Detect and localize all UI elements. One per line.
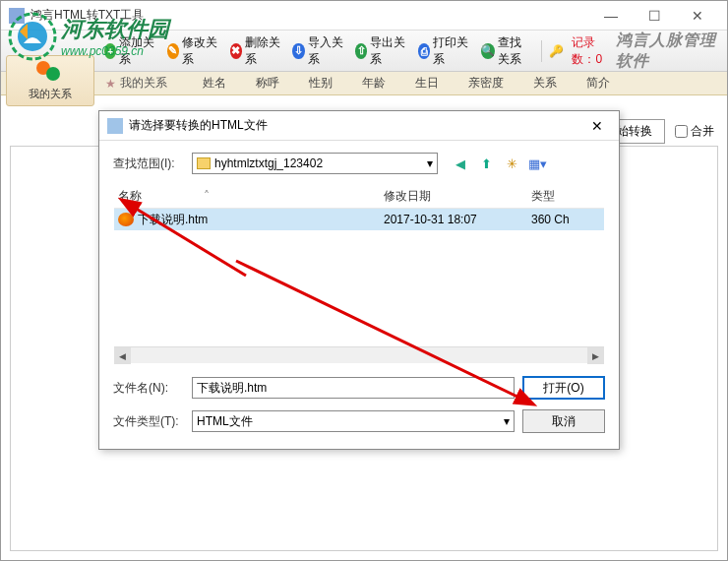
edit-relation-button[interactable]: ✎修改关系 (162, 31, 223, 71)
dialog-titlebar: 请选择要转换的HTML文件 ✕ (99, 111, 619, 141)
watermark-logo-icon (8, 12, 57, 61)
cancel-button[interactable]: 取消 (522, 409, 605, 433)
col-age: 年龄 (362, 75, 386, 92)
col-birthday: 生日 (415, 75, 439, 92)
header-date[interactable]: 修改日期 (384, 188, 531, 205)
back-icon[interactable]: ◀ (452, 155, 469, 172)
print-relation-button[interactable]: ⎙打印关系 (413, 31, 474, 71)
list-body: 下载说明.htm 2017-10-31 18:07 360 Ch (114, 209, 604, 346)
delete-relation-button[interactable]: ✖删除关系 (225, 31, 286, 71)
watermark-title: 河东软件园 (61, 15, 169, 44)
maximize-button[interactable]: ☐ (633, 2, 676, 30)
tab-my-relations[interactable]: ★我的关系 (99, 73, 173, 94)
delete-icon: ✖ (230, 43, 242, 59)
column-header-row: ★我的关系 姓名 称呼 性别 年龄 生日 亲密度 关系 简介 (1, 72, 727, 95)
key-icon: 🔑 (549, 44, 564, 58)
col-intro: 简介 (586, 75, 610, 92)
close-button[interactable]: ✕ (676, 2, 719, 30)
chevron-down-icon: ▾ (427, 156, 433, 170)
svg-point-1 (18, 22, 47, 51)
folder-icon (197, 157, 211, 169)
search-icon: 🔍 (481, 43, 495, 59)
file-name: 下载说明.htm (138, 212, 384, 228)
filename-label: 文件名(N): (113, 380, 184, 397)
new-folder-icon[interactable]: ✳ (503, 155, 520, 172)
chevron-down-icon: ▾ (504, 414, 510, 428)
open-button[interactable]: 打开(O) (522, 376, 605, 400)
find-relation-button[interactable]: 🔍查找关系 (476, 31, 537, 71)
col-nickname: 称呼 (256, 75, 279, 92)
merge-checkbox[interactable] (675, 125, 688, 138)
file-list: 名称 ˄ 修改日期 类型 下载说明.htm 2017-10-31 18:07 3… (113, 184, 605, 364)
scroll-right-icon[interactable]: ▶ (587, 347, 604, 364)
export-icon: ⇧ (355, 43, 367, 59)
lookin-label: 查找范围(I): (113, 156, 184, 172)
export-relation-button[interactable]: ⇧导出关系 (350, 31, 411, 71)
watermark: 河东软件园 www.pc0359.cn (8, 12, 169, 61)
header-name[interactable]: 名称 ˄ (118, 188, 384, 205)
file-type: 360 Ch (531, 213, 600, 226)
people-icon (36, 61, 64, 83)
import-icon: ⇩ (292, 43, 304, 59)
up-folder-icon[interactable]: ⬆ (477, 155, 495, 172)
minimize-button[interactable]: — (589, 2, 633, 30)
header-type[interactable]: 类型 (531, 188, 600, 205)
lookin-select[interactable]: hyhtmlztxtgj_123402 ▾ (192, 153, 438, 174)
list-header: 名称 ˄ 修改日期 类型 (114, 185, 604, 209)
sidebar-my-relations[interactable]: 我的关系 (6, 55, 94, 106)
file-date: 2017-10-31 18:07 (384, 213, 531, 226)
print-icon: ⎙ (418, 43, 430, 59)
col-closeness: 亲密度 (468, 75, 504, 92)
col-name: 姓名 (203, 75, 226, 92)
sort-indicator-icon: ˄ (204, 189, 210, 203)
dialog-close-button[interactable]: ✕ (583, 114, 611, 138)
filetype-select[interactable]: HTML文件 ▾ (192, 410, 515, 432)
col-gender: 性别 (309, 75, 333, 92)
watermark-url: www.pc0359.cn (61, 44, 169, 58)
file-open-dialog: 请选择要转换的HTML文件 ✕ 查找范围(I): hyhtmlztxtgj_12… (98, 110, 620, 450)
import-relation-button[interactable]: ⇩导入关系 (287, 31, 348, 71)
view-menu-icon[interactable]: ▦▾ (528, 155, 546, 172)
filename-input[interactable] (192, 377, 515, 399)
record-count: 记录数：0 (572, 34, 613, 68)
filetype-label: 文件类型(T): (113, 413, 184, 430)
col-relation: 关系 (533, 75, 557, 92)
window-controls: — ☐ ✕ (589, 2, 719, 30)
horizontal-scrollbar[interactable]: ◀ ▶ (114, 346, 604, 363)
dialog-title: 请选择要转换的HTML文件 (129, 117, 583, 134)
scroll-left-icon[interactable]: ◀ (114, 347, 131, 364)
star-icon: ★ (105, 77, 116, 91)
separator (541, 40, 542, 62)
dialog-icon (107, 118, 123, 134)
file-row[interactable]: 下载说明.htm 2017-10-31 18:07 360 Ch (114, 209, 604, 230)
html-file-icon (118, 213, 134, 226)
scroll-track[interactable] (131, 347, 587, 363)
merge-checkbox-wrap[interactable]: 合并 (675, 123, 714, 140)
merge-label: 合并 (691, 123, 714, 140)
brand-text: 鸿言人脉管理软件 (616, 31, 719, 72)
